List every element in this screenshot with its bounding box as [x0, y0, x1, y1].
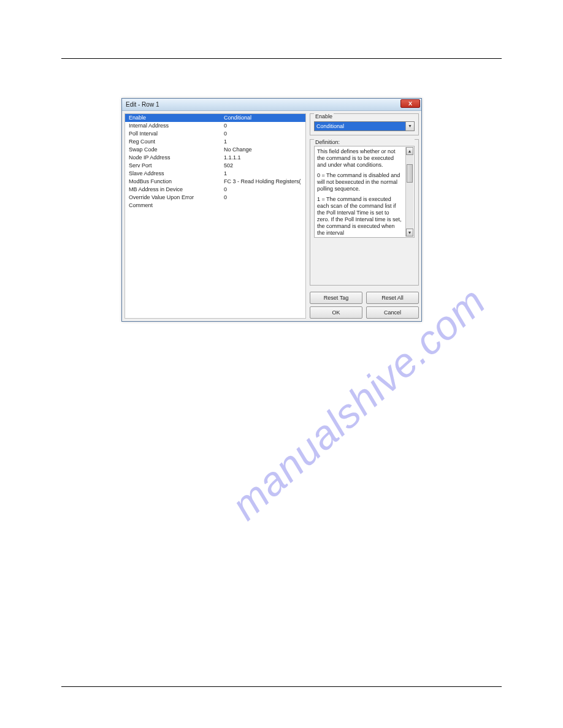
property-row[interactable]: Comment	[125, 202, 305, 210]
property-name: Node IP Address	[129, 154, 224, 162]
dialog-body: EnableConditionalInternal Address0Poll I…	[122, 111, 421, 321]
property-value: No Change	[224, 146, 302, 154]
property-row[interactable]: Swap CodeNo Change	[125, 146, 305, 154]
ok-button[interactable]: OK	[310, 306, 362, 319]
property-row[interactable]: Poll Interval0	[125, 130, 305, 138]
scroll-up-icon[interactable]: ▲	[406, 147, 413, 155]
definition-group: Definition: This field defines whether o…	[310, 139, 419, 286]
property-name: Comment	[129, 202, 224, 210]
dialog-title: Edit - Row 1	[126, 101, 159, 108]
definition-p2: 0 = The command is disabled and will not…	[317, 172, 403, 192]
scrollbar[interactable]: ▲ ▼	[405, 147, 413, 237]
ok-cancel-row: OK Cancel	[310, 306, 419, 319]
property-name: Slave Address	[129, 170, 224, 178]
property-value	[224, 202, 302, 210]
property-value: 0	[224, 186, 302, 194]
property-list[interactable]: EnableConditionalInternal Address0Poll I…	[124, 113, 306, 319]
property-value: 1	[224, 170, 302, 178]
property-value: 1	[224, 138, 302, 146]
property-name: ModBus Function	[129, 178, 224, 186]
property-name: Reg Count	[129, 138, 224, 146]
property-row[interactable]: Override Value Upon Error0	[125, 194, 305, 202]
combobox-value: Conditional	[315, 122, 405, 131]
definition-p3: 1 = The command is executed each scan of…	[317, 196, 403, 237]
property-row[interactable]: Serv Port502	[125, 162, 305, 170]
property-row[interactable]: Slave Address1	[125, 170, 305, 178]
property-value: 0	[224, 194, 302, 202]
property-value: 0	[224, 122, 302, 130]
reset-button-row: Reset Tag Reset All	[310, 292, 419, 304]
property-value: FC 3 - Read Holding Registers(	[224, 178, 302, 186]
reset-tag-button[interactable]: Reset Tag	[310, 292, 362, 304]
definition-label: Definition:	[314, 139, 415, 145]
property-row[interactable]: EnableConditional	[125, 114, 305, 122]
property-name: Swap Code	[129, 146, 224, 154]
definition-textbox[interactable]: This field defines whether or not the co…	[314, 146, 415, 238]
property-row[interactable]: Node IP Address1.1.1.1	[125, 154, 305, 162]
property-row[interactable]: MB Address in Device0	[125, 186, 305, 194]
property-row[interactable]: Internal Address0	[125, 122, 305, 130]
definition-text: This field defines whether or not the co…	[317, 148, 412, 237]
property-name: Override Value Upon Error	[129, 194, 224, 202]
property-name: Internal Address	[129, 122, 224, 130]
dialog-titlebar[interactable]: Edit - Row 1 X	[122, 99, 421, 111]
reset-all-button[interactable]: Reset All	[366, 292, 419, 304]
property-value: 0	[224, 130, 302, 138]
close-button[interactable]: X	[400, 99, 420, 108]
close-icon: X	[408, 100, 412, 107]
property-value: 1.1.1.1	[224, 154, 302, 162]
property-name: MB Address in Device	[129, 186, 224, 194]
enable-combobox[interactable]: Conditional ▼	[314, 121, 415, 131]
scroll-thumb[interactable]	[407, 164, 413, 183]
chevron-down-icon: ▼	[405, 122, 414, 131]
field-group-label: Enable	[314, 113, 334, 119]
field-group: Enable Conditional ▼	[310, 113, 419, 135]
property-name: Serv Port	[129, 162, 224, 170]
cancel-button[interactable]: Cancel	[366, 306, 419, 319]
horizontal-rule-bottom	[61, 686, 502, 687]
horizontal-rule-top	[61, 58, 502, 59]
definition-p1: This field defines whether or not the co…	[317, 148, 403, 169]
property-value: Conditional	[224, 114, 302, 122]
edit-row-dialog: Edit - Row 1 X EnableConditionalInternal…	[121, 98, 422, 322]
scroll-down-icon[interactable]: ▼	[406, 229, 413, 237]
right-panel: Enable Conditional ▼ Definition: This fi…	[310, 113, 419, 319]
property-name: Enable	[129, 114, 224, 122]
property-value: 502	[224, 162, 302, 170]
property-name: Poll Interval	[129, 130, 224, 138]
property-row[interactable]: Reg Count1	[125, 138, 305, 146]
property-row[interactable]: ModBus FunctionFC 3 - Read Holding Regis…	[125, 178, 305, 186]
